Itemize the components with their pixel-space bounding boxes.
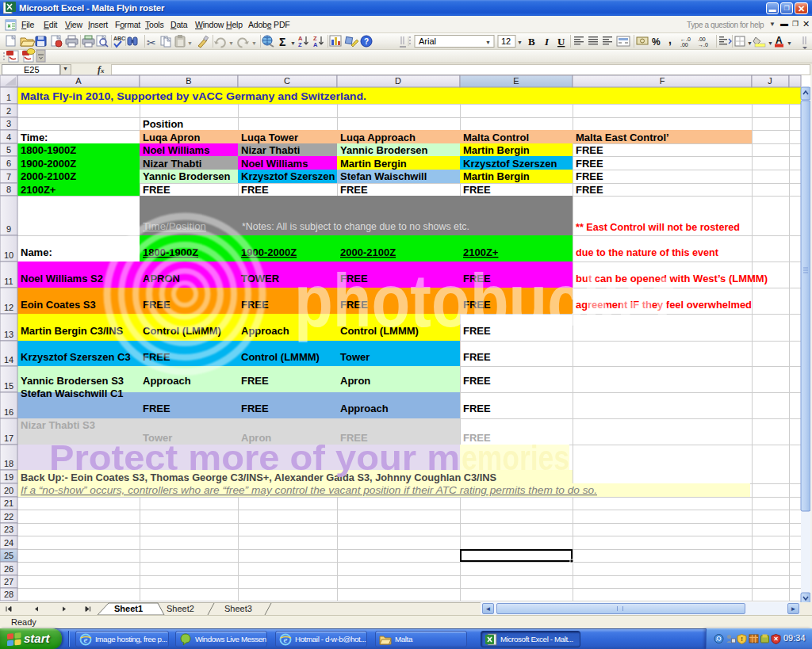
svg-text:2000-2100Z: 2000-2100Z	[340, 246, 396, 258]
svg-text:Approach: Approach	[340, 403, 389, 414]
svg-text:1800-1900Z: 1800-1900Z	[21, 144, 76, 156]
svg-text:2: 2	[6, 106, 11, 116]
svg-text:Nizar Thabti S3: Nizar Thabti S3	[21, 419, 95, 431]
svg-text:FREE: FREE	[576, 144, 603, 156]
svg-text:Nizar Thabti: Nizar Thabti	[143, 158, 201, 170]
svg-text:J: J	[768, 76, 772, 86]
svg-text:27: 27	[4, 577, 13, 586]
svg-text:8: 8	[6, 185, 11, 194]
svg-text:Yannic Brodersen: Yannic Brodersen	[143, 170, 231, 182]
svg-text:12: 12	[4, 303, 13, 312]
svg-text:Sheet2: Sheet2	[167, 604, 194, 613]
svg-text:!: !	[741, 636, 743, 643]
svg-text:*Notes: All is subject to chan: *Notes: All is subject to change due to …	[242, 221, 469, 232]
svg-text:2100Z+: 2100Z+	[463, 246, 499, 258]
svg-text:28: 28	[4, 590, 13, 599]
svg-text:FREE: FREE	[340, 184, 368, 196]
svg-text:▼: ▼	[187, 40, 193, 46]
svg-text:Stefan Waischwill C1: Stefan Waischwill C1	[21, 387, 124, 399]
svg-text:%: %	[652, 36, 661, 48]
svg-text:←.0: ←.0	[680, 36, 691, 42]
svg-text:1900-2000Z: 1900-2000Z	[21, 158, 76, 170]
svg-text:FREE: FREE	[463, 184, 491, 196]
svg-text:D: D	[395, 76, 401, 86]
svg-text:2000-2100Z: 2000-2100Z	[21, 170, 76, 182]
svg-text:Position: Position	[143, 118, 183, 130]
svg-text:Σ: Σ	[279, 36, 285, 48]
svg-text:FREE: FREE	[241, 184, 269, 196]
svg-text:7: 7	[6, 172, 11, 181]
svg-text:Krzysztof Szerszen: Krzysztof Szerszen	[463, 158, 557, 170]
svg-text:U: U	[557, 36, 565, 48]
svg-text:11: 11	[4, 277, 13, 286]
svg-text:24: 24	[4, 538, 13, 548]
svg-text:▼: ▼	[251, 40, 257, 46]
svg-text:▼: ▼	[517, 40, 523, 45]
svg-text:22: 22	[4, 512, 13, 521]
svg-text:photobucket: photobucket	[294, 259, 674, 342]
svg-text:26: 26	[4, 564, 13, 574]
svg-text:C: C	[284, 76, 290, 86]
svg-text:Luqa Approach: Luqa Approach	[340, 132, 416, 143]
svg-text:Nizar Thabti: Nizar Thabti	[241, 144, 300, 156]
svg-text:FREE: FREE	[241, 403, 269, 414]
svg-text:B: B	[528, 36, 535, 48]
svg-text:A: A	[313, 41, 318, 48]
svg-text:Noel Williams S2: Noel Williams S2	[21, 273, 103, 284]
svg-text:Noel Williams: Noel Williams	[241, 158, 308, 170]
svg-text:FREE: FREE	[463, 375, 491, 387]
svg-text:emories: emories	[462, 438, 569, 477]
svg-text:If a “no-show” occurs, control: If a “no-show” occurs, controllers who a…	[21, 485, 597, 496]
svg-text:19: 19	[4, 472, 13, 482]
svg-text:Eoin Coates S3: Eoin Coates S3	[21, 299, 96, 311]
svg-text:?: ?	[364, 37, 369, 46]
svg-text:Yannic Brodersen S3: Yannic Brodersen S3	[21, 375, 124, 387]
svg-text:Malta Control: Malta Control	[463, 132, 529, 143]
svg-text:Tower: Tower	[340, 351, 370, 363]
svg-text:4: 4	[6, 132, 11, 142]
svg-text:Protect more of your m: Protect more of your m	[49, 438, 460, 477]
svg-text:23: 23	[4, 525, 13, 534]
svg-text:15: 15	[4, 381, 13, 391]
svg-text:Krzysztof Szerszen C3: Krzysztof Szerszen C3	[21, 351, 131, 363]
svg-text:due to the nature of this even: due to the nature of this event	[576, 246, 719, 258]
svg-text:▼: ▼	[290, 40, 296, 46]
svg-text:→.0: →.0	[698, 42, 708, 48]
svg-text:B: B	[186, 76, 191, 86]
svg-text:** East Control will not be ro: ** East Control will not be rostered	[576, 221, 740, 233]
svg-text:▼: ▼	[747, 40, 753, 46]
svg-text:FREE: FREE	[463, 351, 491, 363]
svg-text:▼: ▼	[787, 40, 792, 46]
svg-text:▼: ▼	[768, 40, 773, 46]
svg-text:,: ,	[668, 33, 672, 46]
svg-text:Krzysztof Szerszen: Krzysztof Szerszen	[241, 170, 335, 182]
svg-text:Stefan Waischwill: Stefan Waischwill	[340, 170, 427, 182]
svg-text:21: 21	[4, 498, 13, 508]
svg-text:17: 17	[4, 433, 13, 443]
svg-text:FREE: FREE	[143, 184, 170, 196]
svg-text:16: 16	[4, 407, 13, 417]
svg-text:Approach: Approach	[143, 375, 191, 387]
svg-text:FREE: FREE	[576, 170, 603, 182]
svg-text:Martin Bergin C3/INS: Martin Bergin C3/INS	[21, 325, 124, 337]
svg-text:14: 14	[4, 355, 13, 365]
svg-text:E: E	[513, 76, 519, 86]
svg-text:Apron: Apron	[340, 375, 370, 387]
svg-text:Malta East Control’: Malta East Control’	[576, 132, 669, 143]
svg-text:25: 25	[4, 551, 13, 560]
svg-text:Name:: Name:	[21, 246, 52, 258]
svg-text:FREE: FREE	[576, 184, 603, 196]
svg-text:Sheet1: Sheet1	[114, 604, 143, 613]
svg-text:1: 1	[6, 93, 11, 102]
svg-text:5: 5	[6, 145, 11, 155]
svg-text:I: I	[544, 36, 550, 48]
svg-text:Time:: Time:	[21, 132, 48, 143]
svg-text:Arial: Arial	[419, 36, 436, 46]
svg-text:.00: .00	[698, 36, 706, 42]
svg-text:F: F	[660, 76, 665, 86]
svg-text:FREE: FREE	[241, 375, 269, 387]
svg-text:✂: ✂	[147, 36, 156, 49]
svg-text:Luqa Apron: Luqa Apron	[143, 132, 201, 143]
svg-text:10: 10	[4, 250, 13, 260]
svg-text:Control (LMMM): Control (LMMM)	[241, 351, 320, 363]
